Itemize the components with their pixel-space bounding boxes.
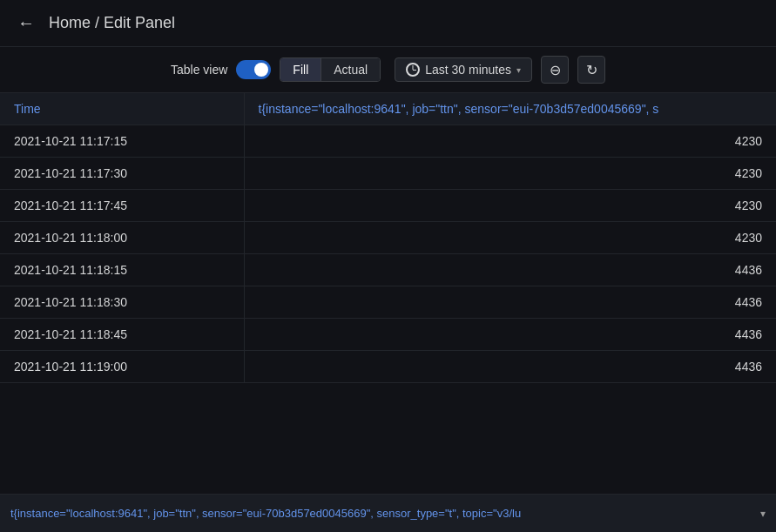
fill-button[interactable]: Fill [280,58,321,81]
table-row: 2021-10-21 11:17:304230 [0,158,776,190]
bottom-bar-series-label: t{instance="localhost:9641", job="ttn", … [10,507,753,520]
table-row: 2021-10-21 11:17:154230 [0,125,776,158]
table-header-row: Time t{instance="localhost:9641", job="t… [0,93,776,125]
value-cell: 4436 [244,254,776,286]
value-cell: 4436 [244,351,776,383]
time-cell: 2021-10-21 11:18:30 [0,286,244,319]
back-icon: ← [17,13,35,33]
value-cell: 4436 [244,286,776,319]
value-column-header: t{instance="localhost:9641", job="ttn", … [244,93,776,125]
bottom-bar-chevron-icon[interactable]: ▾ [760,508,766,520]
value-cell: 4230 [244,158,776,190]
table-row: 2021-10-21 11:18:154436 [0,254,776,286]
time-cell: 2021-10-21 11:17:15 [0,125,244,158]
toggle-thumb [254,63,268,77]
time-cell: 2021-10-21 11:17:30 [0,158,244,190]
toolbar: Table view Fill Actual Last 30 minutes ▾… [0,47,776,93]
zoom-out-button[interactable]: ⊖ [541,56,569,84]
table-row: 2021-10-21 11:19:004436 [0,351,776,383]
table-body: 2021-10-21 11:17:1542302021-10-21 11:17:… [0,125,776,383]
time-range-label: Last 30 minutes [425,63,511,77]
time-column-header: Time [0,93,244,125]
data-table: Time t{instance="localhost:9641", job="t… [0,93,776,383]
value-cell: 4230 [244,125,776,158]
data-table-container[interactable]: Time t{instance="localhost:9641", job="t… [0,93,776,494]
value-cell: 4230 [244,190,776,222]
time-cell: 2021-10-21 11:18:45 [0,319,244,351]
chevron-down-icon: ▾ [516,65,521,75]
actual-button[interactable]: Actual [321,58,380,81]
fill-actual-group: Fill Actual [280,57,381,82]
back-button[interactable]: ← [14,10,38,37]
refresh-button[interactable]: ↻ [577,56,605,84]
time-cell: 2021-10-21 11:17:45 [0,190,244,222]
value-cell: 4230 [244,222,776,254]
bottom-bar: t{instance="localhost:9641", job="ttn", … [0,494,776,532]
time-cell: 2021-10-21 11:19:00 [0,351,244,383]
time-cell: 2021-10-21 11:18:00 [0,222,244,254]
time-range-button[interactable]: Last 30 minutes ▾ [395,57,532,82]
main-layout: ← Home / Edit Panel Table view Fill Actu… [0,0,776,532]
table-row: 2021-10-21 11:18:304436 [0,286,776,319]
zoom-out-icon: ⊖ [550,62,561,78]
toggle-track [236,60,271,79]
value-cell: 4436 [244,319,776,351]
clock-icon [406,63,420,77]
breadcrumb: Home / Edit Panel [49,14,175,32]
table-row: 2021-10-21 11:18:004230 [0,222,776,254]
table-view-toggle[interactable] [236,60,271,79]
header: ← Home / Edit Panel [0,0,776,47]
table-row: 2021-10-21 11:17:454230 [0,190,776,222]
table-row: 2021-10-21 11:18:454436 [0,319,776,351]
time-cell: 2021-10-21 11:18:15 [0,254,244,286]
refresh-icon: ↻ [586,62,597,78]
table-view-label: Table view [171,63,227,77]
